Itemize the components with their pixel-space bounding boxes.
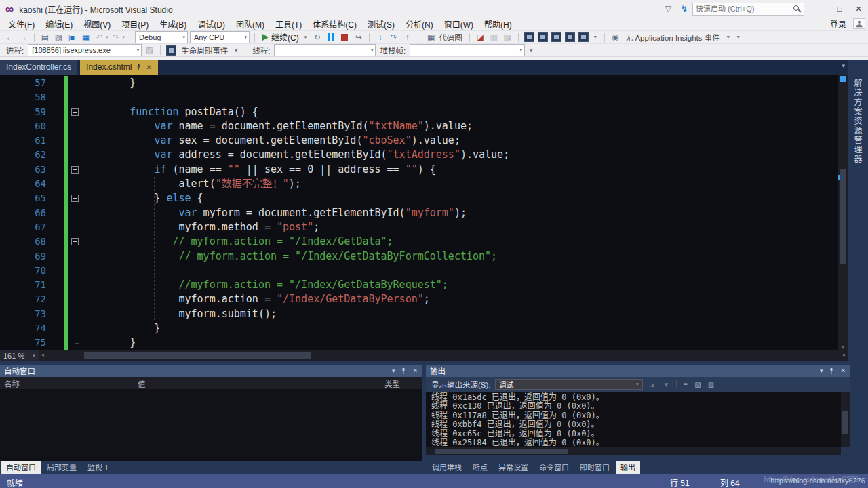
break-all-icon[interactable] bbox=[328, 33, 334, 41]
find-in-files-icon[interactable]: ▥ bbox=[488, 32, 500, 43]
new-file-icon[interactable]: ▤ bbox=[39, 32, 51, 43]
document-list-chevron-icon[interactable]: ▾ bbox=[842, 62, 845, 69]
toolbar-overflow-icon[interactable]: ▾ bbox=[591, 34, 599, 40]
pin-icon[interactable] bbox=[136, 64, 142, 70]
code-map-button[interactable]: ▦代码图 bbox=[423, 32, 465, 43]
diagnostics-icon[interactable]: ◪ bbox=[475, 32, 486, 43]
line-number[interactable]: 59 bbox=[0, 105, 50, 119]
platform-combo[interactable]: Any CPU▾ bbox=[190, 31, 250, 43]
line-number[interactable]: 64 bbox=[0, 177, 50, 191]
bookmark-toggle-icon[interactable] bbox=[524, 32, 534, 42]
scrollbar-thumb[interactable] bbox=[842, 411, 848, 434]
code-line[interactable]: 68 // myform.action = "/Index/GetData"; bbox=[0, 235, 848, 249]
quick-launch-input[interactable] bbox=[696, 5, 793, 13]
configuration-combo[interactable]: Debug▾ bbox=[135, 31, 188, 43]
window-position-chevron-icon[interactable]: ▾ bbox=[820, 367, 823, 374]
next-message-icon[interactable]: ▼ bbox=[663, 381, 669, 388]
continue-button[interactable]: 继续(C)▾ bbox=[260, 31, 309, 43]
code-line[interactable]: 63 if (name == "" || sex == 0 || address… bbox=[0, 163, 848, 177]
code-line[interactable]: 73 myform.submit(); bbox=[0, 307, 848, 321]
line-number[interactable]: 71 bbox=[0, 278, 50, 292]
output-horizontal-scrollbar[interactable] bbox=[426, 447, 841, 455]
line-number[interactable]: 75 bbox=[0, 336, 50, 350]
line-number[interactable]: 67 bbox=[0, 220, 50, 235]
toggle-output-icon[interactable]: ▥ bbox=[708, 381, 714, 388]
line-number[interactable]: 73 bbox=[0, 307, 50, 321]
menu-item-6[interactable]: 调试(D) bbox=[192, 18, 231, 30]
navigate-back-icon[interactable]: ← bbox=[4, 32, 16, 43]
uncomment-selection-icon[interactable] bbox=[578, 32, 589, 42]
collapse-box-icon[interactable] bbox=[71, 108, 79, 116]
code-line[interactable]: 58 bbox=[0, 90, 848, 104]
code-line[interactable]: 64 alert("数据不完整！"); bbox=[0, 177, 848, 191]
previous-message-icon[interactable]: ▲ bbox=[650, 381, 656, 388]
redo-icon-chevron[interactable]: ▾ bbox=[123, 35, 125, 40]
code-line[interactable]: 71 //myform.action = "/Index/GetDataByRe… bbox=[0, 278, 848, 292]
scroll-left-icon[interactable]: ◂ bbox=[41, 352, 44, 358]
menu-item-7[interactable]: 团队(M) bbox=[231, 18, 270, 30]
bookmark-next-icon[interactable] bbox=[551, 32, 561, 42]
undo-icon-chevron[interactable]: ▾ bbox=[106, 35, 108, 40]
application-insights-icon[interactable]: ◉ bbox=[610, 32, 621, 43]
close-icon[interactable]: ✕ bbox=[412, 367, 418, 374]
open-file-icon[interactable]: ▧ bbox=[53, 32, 64, 43]
notifications-flag-icon[interactable]: ▽ bbox=[665, 4, 671, 14]
feedback-lightning-icon[interactable]: ↯ bbox=[681, 4, 688, 14]
solution-explorer-vertical-tab[interactable]: 解决方案资源管理器 bbox=[852, 79, 863, 164]
close-icon[interactable]: ✕ bbox=[146, 64, 151, 71]
save-icon[interactable]: ▣ bbox=[66, 32, 78, 43]
menu-item-2[interactable]: 编辑(E) bbox=[40, 18, 78, 30]
code-line[interactable]: 59 function postData() { bbox=[0, 105, 848, 119]
code-line[interactable]: 75 } bbox=[0, 336, 848, 350]
line-number[interactable]: 68 bbox=[0, 235, 50, 249]
scrollbar-thumb[interactable] bbox=[84, 352, 311, 359]
word-wrap-icon[interactable]: ≡ bbox=[684, 381, 688, 388]
maximize-button[interactable]: □ bbox=[830, 0, 849, 18]
code-editor[interactable]: 57 }5859 function postData() {60 var nam… bbox=[0, 75, 848, 350]
scroll-down-icon[interactable]: ▼ bbox=[838, 345, 848, 350]
autos-tab-3[interactable]: 监视 1 bbox=[83, 461, 113, 474]
step-over-icon[interactable]: ↷ bbox=[388, 32, 399, 43]
document-tab[interactable]: IndexController.cs bbox=[0, 60, 77, 75]
sign-in-link[interactable]: 登录 bbox=[830, 18, 848, 30]
stack-frame-combo[interactable]: ▾ bbox=[410, 44, 525, 56]
navigate-to-icon[interactable]: ▨ bbox=[502, 32, 513, 43]
comment-selection-icon[interactable] bbox=[565, 32, 575, 42]
autos-column-3[interactable]: 类型 bbox=[384, 378, 400, 389]
stop-debug-icon[interactable] bbox=[341, 34, 348, 41]
output-tab-5[interactable]: 即时窗口 bbox=[575, 461, 614, 474]
step-into-icon[interactable]: ↓ bbox=[374, 32, 386, 43]
menu-item-11[interactable]: 分析(N) bbox=[400, 18, 439, 30]
navigate-forward-icon[interactable]: → bbox=[18, 32, 29, 43]
code-line[interactable]: 69 // myform.action = "/Index/GetDataByF… bbox=[0, 249, 848, 264]
process-snapshot-icon[interactable]: ▨ bbox=[144, 45, 155, 56]
menu-item-3[interactable]: 视图(V) bbox=[78, 18, 116, 30]
menu-item-4[interactable]: 项目(P) bbox=[116, 18, 154, 30]
line-number[interactable]: 74 bbox=[0, 321, 50, 336]
line-number[interactable]: 61 bbox=[0, 134, 50, 148]
autos-tab-2[interactable]: 局部变量 bbox=[42, 461, 81, 474]
redo-icon[interactable]: ↷ bbox=[111, 32, 122, 43]
code-line[interactable]: 66 var myform = document.getElementById(… bbox=[0, 206, 848, 220]
menu-item-8[interactable]: 工具(T) bbox=[270, 18, 307, 30]
collapse-box-icon[interactable] bbox=[71, 238, 79, 245]
line-number[interactable]: 70 bbox=[0, 264, 50, 278]
collapse-box-icon[interactable] bbox=[71, 166, 79, 174]
line-number[interactable]: 62 bbox=[0, 148, 50, 162]
scrollbar-thumb[interactable] bbox=[840, 169, 846, 264]
outline-margin[interactable] bbox=[70, 163, 81, 177]
menu-item-5[interactable]: 生成(B) bbox=[154, 18, 192, 30]
zoom-control[interactable]: 161 % ▾ bbox=[0, 350, 39, 361]
code-line[interactable]: 72 myform.action = "/Index/GetDataByPers… bbox=[0, 292, 848, 306]
line-number[interactable]: 65 bbox=[0, 191, 50, 205]
output-text-area[interactable]: 线程 0x1a5dc 已退出，返回值为 0 (0x0)。线程 0xc130 已退… bbox=[426, 392, 841, 447]
line-number[interactable]: 69 bbox=[0, 249, 50, 264]
close-icon[interactable]: ✕ bbox=[840, 367, 846, 374]
output-tab-2[interactable]: 断点 bbox=[468, 461, 492, 474]
autos-column-1[interactable]: 名称 bbox=[4, 378, 20, 389]
collapse-box-icon[interactable] bbox=[71, 195, 79, 202]
editor-horizontal-scrollbar[interactable]: ◂ ▸ bbox=[39, 350, 848, 361]
code-line[interactable]: 60 var name = document.getElementById("t… bbox=[0, 119, 848, 134]
code-line[interactable]: 67 myform.method = "post"; bbox=[0, 220, 848, 235]
autos-column-2[interactable]: 值 bbox=[138, 378, 146, 389]
